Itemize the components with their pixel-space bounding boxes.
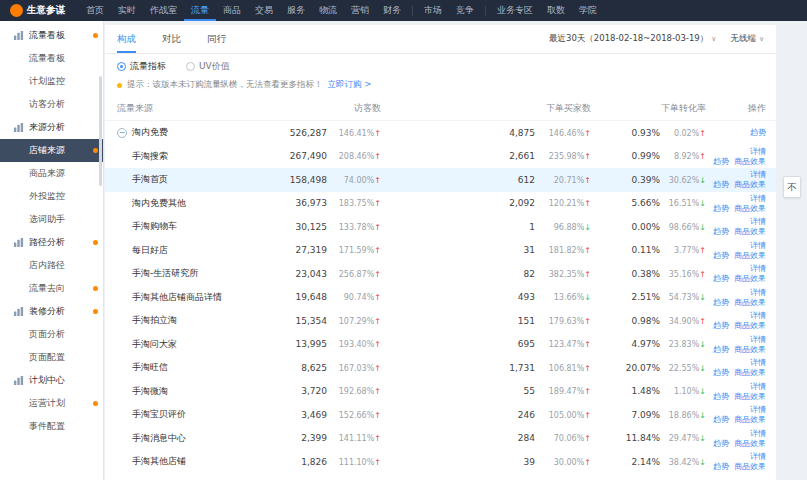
table-row[interactable]: 手淘首页158,49874.00%↑61220.71%↑0.39%30.62%↓… — [105, 168, 776, 192]
tab-2[interactable]: 对比 — [162, 25, 181, 53]
sidebar-item[interactable]: 计划监控 — [0, 70, 103, 93]
trend-link[interactable]: 趋势 — [713, 274, 729, 283]
topnav-item-5[interactable]: 商品 — [216, 0, 248, 21]
product-effect-link[interactable]: 商品效果 — [734, 204, 766, 213]
tab-3[interactable]: 同行 — [207, 25, 226, 53]
topnav-item-13[interactable]: 业务专区 — [490, 0, 540, 21]
sidebar-item[interactable]: 选词助手 — [0, 208, 103, 231]
table-row[interactable]: 淘内免费其他36,973183.75%↑2,092120.21%↑5.66%16… — [105, 192, 776, 216]
table-row[interactable]: 手淘购物车30,125133.78%↑196.88%↓0.00%98.66%↓详… — [105, 215, 776, 239]
table-row[interactable]: 手淘拍立淘15,354107.29%↑151179.63%↑0.98%34.90… — [105, 309, 776, 333]
tab-1[interactable]: 构成 — [117, 25, 136, 53]
product-effect-link[interactable]: 商品效果 — [734, 157, 766, 166]
product-effect-link[interactable]: 商品效果 — [734, 368, 766, 377]
topnav-item-12[interactable]: 竞争 — [449, 0, 481, 21]
topnav-item-2[interactable]: 实时 — [111, 0, 143, 21]
topnav-item-8[interactable]: 物流 — [312, 0, 344, 21]
trend-link[interactable]: 趋势 — [713, 204, 729, 213]
product-effect-link[interactable]: 商品效果 — [734, 321, 766, 330]
sidebar-item[interactable]: 外投监控 — [0, 185, 103, 208]
terminal-dropdown[interactable]: 无线端 ∨ — [730, 33, 764, 45]
topnav-item-10[interactable]: 财务 — [376, 0, 408, 21]
table-row[interactable]: 手淘其他店铺商品详情19,64890.74%↑49313.66%↓2.51%54… — [105, 286, 776, 310]
table-row[interactable]: 手淘-生活研究所23,043256.87%↑82382.35%↑0.38%35.… — [105, 262, 776, 286]
table-row[interactable]: 手淘旺信8,625167.03%↑1,731106.81%↑20.07%22.5… — [105, 356, 776, 380]
sidebar-item[interactable]: 运营计划 — [0, 392, 103, 415]
topnav-item-1[interactable]: 首页 — [79, 0, 111, 21]
table-row[interactable]: 手淘搜索267,490208.46%↑2,661235.98%↑0.99%8.9… — [105, 145, 776, 169]
sidebar-section-header-1[interactable]: 流量看板 — [0, 24, 103, 47]
detail-link[interactable]: 详情 — [750, 147, 766, 156]
sidebar-item[interactable]: 流量去向 — [0, 277, 103, 300]
topnav-item-4[interactable]: 流量 — [184, 0, 216, 21]
trend-link[interactable]: 趋势 — [713, 321, 729, 330]
sidebar-item[interactable]: 店铺来源 — [0, 139, 103, 162]
trend-link[interactable]: 趋势 — [713, 368, 729, 377]
topnav-item-3[interactable]: 作战室 — [143, 0, 184, 21]
sidebar-section-header-5[interactable]: 计划中心 — [0, 369, 103, 392]
trend-link[interactable]: 趋势 — [713, 462, 729, 471]
metric-option-2[interactable]: UV价值 — [186, 60, 230, 73]
sidebar-item[interactable]: 店内路径 — [0, 254, 103, 277]
product-effect-link[interactable]: 商品效果 — [734, 345, 766, 354]
product-effect-link[interactable]: 商品效果 — [734, 392, 766, 401]
trend-link[interactable]: 趋势 — [713, 415, 729, 424]
sidebar-item[interactable]: 页面分析 — [0, 323, 103, 346]
feedback-tab[interactable]: 不 — [783, 176, 801, 198]
trend-link[interactable]: 趋势 — [713, 439, 729, 448]
sidebar-item[interactable]: 页面配置 — [0, 346, 103, 369]
subscribe-link[interactable]: 立即订购 > — [328, 79, 372, 91]
detail-link[interactable]: 详情 — [750, 241, 766, 250]
sidebar-section-header-3[interactable]: 路径分析 — [0, 231, 103, 254]
topnav-item-9[interactable]: 营销 — [344, 0, 376, 21]
sidebar-scrollbar[interactable] — [99, 76, 102, 186]
topnav-item-14[interactable]: 取数 — [540, 0, 572, 21]
product-effect-link[interactable]: 商品效果 — [734, 439, 766, 448]
detail-link[interactable]: 详情 — [750, 452, 766, 461]
trend-link[interactable]: 趋势 — [713, 227, 729, 236]
trend-link[interactable]: 趋势 — [713, 345, 729, 354]
topnav-item-15[interactable]: 学院 — [572, 0, 604, 21]
collapse-icon[interactable]: − — [117, 128, 127, 138]
sidebar-item[interactable]: 流量看板 — [0, 47, 103, 70]
table-row[interactable]: 手淘问大家13,995193.40%↑695123.47%↑4.97%23.83… — [105, 333, 776, 357]
metric-option-1[interactable]: 流量指标 — [117, 60, 166, 73]
trend-link[interactable]: 趋势 — [713, 157, 729, 166]
sidebar-section-header-2[interactable]: 来源分析 — [0, 116, 103, 139]
date-range-dropdown[interactable]: 最近30天（2018-02-18~2018-03-19） ∨ — [549, 33, 716, 45]
detail-link[interactable]: 详情 — [750, 264, 766, 273]
sidebar-item[interactable]: 商品来源 — [0, 162, 103, 185]
trend-link[interactable]: 趋势 — [713, 392, 729, 401]
brand[interactable]: 生意参谋 — [10, 4, 65, 17]
detail-link[interactable]: 详情 — [750, 170, 766, 179]
topnav-item-7[interactable]: 服务 — [280, 0, 312, 21]
detail-link[interactable]: 详情 — [750, 288, 766, 297]
product-effect-link[interactable]: 商品效果 — [734, 462, 766, 471]
trend-link[interactable]: 趋势 — [713, 180, 729, 189]
product-effect-link[interactable]: 商品效果 — [734, 227, 766, 236]
table-row[interactable]: 手淘宝贝评价3,469152.66%↑246105.00%↑7.09%18.86… — [105, 403, 776, 427]
product-effect-link[interactable]: 商品效果 — [734, 180, 766, 189]
product-effect-link[interactable]: 商品效果 — [734, 251, 766, 260]
sidebar-section-header-4[interactable]: 装修分析 — [0, 300, 103, 323]
detail-link[interactable]: 详情 — [750, 335, 766, 344]
trend-link[interactable]: 趋势 — [750, 128, 766, 137]
trend-link[interactable]: 趋势 — [713, 251, 729, 260]
product-effect-link[interactable]: 商品效果 — [734, 274, 766, 283]
detail-link[interactable]: 详情 — [750, 358, 766, 367]
table-row[interactable]: 每日好店27,319171.59%↑31181.82%↑0.11%3.77%↑详… — [105, 239, 776, 263]
sidebar-item[interactable]: 事件配置 — [0, 415, 103, 438]
detail-link[interactable]: 详情 — [750, 429, 766, 438]
table-row[interactable]: 手淘其他店铺1,826111.10%↑3930.00%↑2.14%38.42%↓… — [105, 450, 776, 474]
detail-link[interactable]: 详情 — [750, 382, 766, 391]
topnav-item-11[interactable]: 市场 — [417, 0, 449, 21]
detail-link[interactable]: 详情 — [750, 217, 766, 226]
sidebar-item[interactable]: 访客分析 — [0, 93, 103, 116]
detail-link[interactable]: 详情 — [750, 311, 766, 320]
table-row[interactable]: 手淘微淘3,720192.68%↑55189.47%↑1.48%1.10%↓详情… — [105, 380, 776, 404]
trend-link[interactable]: 趋势 — [713, 298, 729, 307]
detail-link[interactable]: 详情 — [750, 194, 766, 203]
topnav-item-6[interactable]: 交易 — [248, 0, 280, 21]
table-row[interactable]: 手淘消息中心2,399141.11%↑28470.06%↑11.84%29.47… — [105, 427, 776, 451]
detail-link[interactable]: 详情 — [750, 405, 766, 414]
